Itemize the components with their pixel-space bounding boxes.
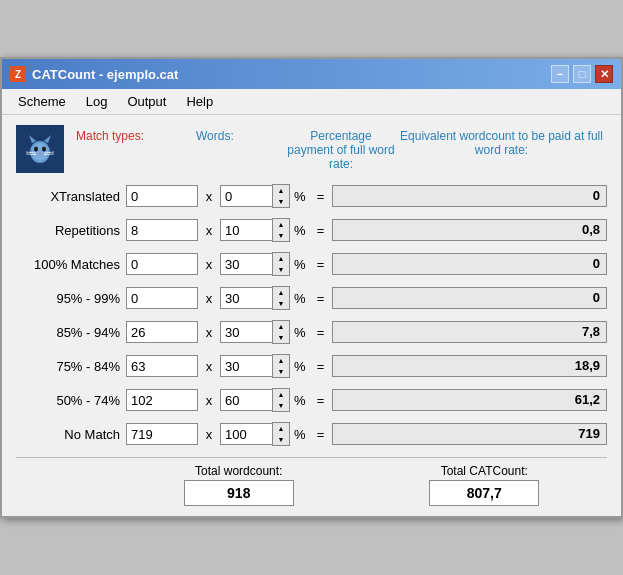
app-logo xyxy=(16,125,64,173)
words-input-4[interactable] xyxy=(126,321,198,343)
row-label-7: No Match xyxy=(16,427,126,442)
words-input-3[interactable] xyxy=(126,287,198,309)
totals-row: Total wordcount: 918 Total CATCount: 807… xyxy=(16,457,607,506)
content-area: Match types: Words: Percentage payment o… xyxy=(2,115,621,516)
title-controls: − □ ✕ xyxy=(551,65,613,83)
pct-sign-0: % xyxy=(294,189,306,204)
words-input-2[interactable] xyxy=(126,253,198,275)
title-bar-left: Z CATCount - ejemplo.cat xyxy=(10,66,178,82)
multiply-sign-7: x xyxy=(198,427,220,442)
row-label-1: Repetitions xyxy=(16,223,126,238)
spinner-down-4[interactable]: ▼ xyxy=(273,332,289,343)
pct-input-3[interactable] xyxy=(220,287,272,309)
words-input-7[interactable] xyxy=(126,423,198,445)
multiply-sign-5: x xyxy=(198,359,220,374)
row-label-2: 100% Matches xyxy=(16,257,126,272)
headers: Match types: Words: Percentage payment o… xyxy=(76,125,607,171)
pct-sign-3: % xyxy=(294,291,306,306)
menu-output[interactable]: Output xyxy=(119,92,174,111)
minimize-button[interactable]: − xyxy=(551,65,569,83)
menu-log[interactable]: Log xyxy=(78,92,116,111)
eq-sign-6: = xyxy=(310,393,332,408)
eq-sign-4: = xyxy=(310,325,332,340)
table-row: 50% - 74% x ▲ ▼ % = 61,2 xyxy=(16,385,607,415)
spinner-group-6: ▲ ▼ xyxy=(220,388,290,412)
pct-sign-2: % xyxy=(294,257,306,272)
svg-point-6 xyxy=(42,147,46,152)
multiply-sign-4: x xyxy=(198,325,220,340)
spinner-up-4[interactable]: ▲ xyxy=(273,321,289,332)
spinner-group-0: ▲ ▼ xyxy=(220,184,290,208)
multiply-sign-2: x xyxy=(198,257,220,272)
eq-sign-5: = xyxy=(310,359,332,374)
spinner-down-2[interactable]: ▼ xyxy=(273,264,289,275)
spinner-down-5[interactable]: ▼ xyxy=(273,366,289,377)
spinner-up-7[interactable]: ▲ xyxy=(273,423,289,434)
spinner-up-0[interactable]: ▲ xyxy=(273,185,289,196)
spinner-btns-7: ▲ ▼ xyxy=(272,422,290,446)
row-label-3: 95% - 99% xyxy=(16,291,126,306)
window-title: CATCount - ejemplo.cat xyxy=(32,67,178,82)
pct-sign-1: % xyxy=(294,223,306,238)
words-input-0[interactable] xyxy=(126,185,198,207)
menu-bar: Scheme Log Output Help xyxy=(2,89,621,115)
spinner-down-7[interactable]: ▼ xyxy=(273,434,289,445)
table-row: 85% - 94% x ▲ ▼ % = 7,8 xyxy=(16,317,607,347)
pct-input-7[interactable] xyxy=(220,423,272,445)
result-field-7: 719 xyxy=(332,423,607,445)
catcount-label: Total CATCount: xyxy=(441,464,528,478)
rows-container: XTranslated x ▲ ▼ % = 0 Repetitions x ▲ xyxy=(16,181,607,449)
eq-sign-1: = xyxy=(310,223,332,238)
multiply-sign-6: x xyxy=(198,393,220,408)
menu-scheme[interactable]: Scheme xyxy=(10,92,74,111)
spinner-down-6[interactable]: ▼ xyxy=(273,400,289,411)
spinner-up-6[interactable]: ▲ xyxy=(273,389,289,400)
app-icon-small: Z xyxy=(10,66,26,82)
spinner-group-1: ▲ ▼ xyxy=(220,218,290,242)
pct-input-6[interactable] xyxy=(220,389,272,411)
multiply-sign-0: x xyxy=(198,189,220,204)
pct-input-0[interactable] xyxy=(220,185,272,207)
spinner-up-3[interactable]: ▲ xyxy=(273,287,289,298)
spinner-up-2[interactable]: ▲ xyxy=(273,253,289,264)
result-field-2: 0 xyxy=(332,253,607,275)
multiply-sign-3: x xyxy=(198,291,220,306)
table-row: Repetitions x ▲ ▼ % = 0,8 xyxy=(16,215,607,245)
row-label-0: XTranslated xyxy=(16,189,126,204)
table-row: 75% - 84% x ▲ ▼ % = 18,9 xyxy=(16,351,607,381)
spinner-btns-6: ▲ ▼ xyxy=(272,388,290,412)
result-field-4: 7,8 xyxy=(332,321,607,343)
row-label-5: 75% - 84% xyxy=(16,359,126,374)
spinner-down-1[interactable]: ▼ xyxy=(273,230,289,241)
pct-input-2[interactable] xyxy=(220,253,272,275)
close-button[interactable]: ✕ xyxy=(595,65,613,83)
header-percentage: Percentage payment of full word rate: xyxy=(286,129,396,171)
eq-sign-2: = xyxy=(310,257,332,272)
row-label-6: 50% - 74% xyxy=(16,393,126,408)
result-field-5: 18,9 xyxy=(332,355,607,377)
spinner-up-1[interactable]: ▲ xyxy=(273,219,289,230)
eq-sign-0: = xyxy=(310,189,332,204)
maximize-button[interactable]: □ xyxy=(573,65,591,83)
wordcount-value: 918 xyxy=(184,480,294,506)
words-input-6[interactable] xyxy=(126,389,198,411)
spinner-down-3[interactable]: ▼ xyxy=(273,298,289,309)
result-field-3: 0 xyxy=(332,287,607,309)
total-catcount: Total CATCount: 807,7 xyxy=(362,464,608,506)
result-field-6: 61,2 xyxy=(332,389,607,411)
title-bar: Z CATCount - ejemplo.cat − □ ✕ xyxy=(2,59,621,89)
spinner-down-0[interactable]: ▼ xyxy=(273,196,289,207)
pct-input-4[interactable] xyxy=(220,321,272,343)
svg-point-5 xyxy=(34,147,38,152)
words-input-5[interactable] xyxy=(126,355,198,377)
pct-input-5[interactable] xyxy=(220,355,272,377)
spinner-up-5[interactable]: ▲ xyxy=(273,355,289,366)
pct-input-1[interactable] xyxy=(220,219,272,241)
result-field-0: 0 xyxy=(332,185,607,207)
words-input-1[interactable] xyxy=(126,219,198,241)
menu-help[interactable]: Help xyxy=(178,92,221,111)
catcount-value: 807,7 xyxy=(429,480,539,506)
table-row: No Match x ▲ ▼ % = 719 xyxy=(16,419,607,449)
table-row: 95% - 99% x ▲ ▼ % = 0 xyxy=(16,283,607,313)
spinner-btns-0: ▲ ▼ xyxy=(272,184,290,208)
